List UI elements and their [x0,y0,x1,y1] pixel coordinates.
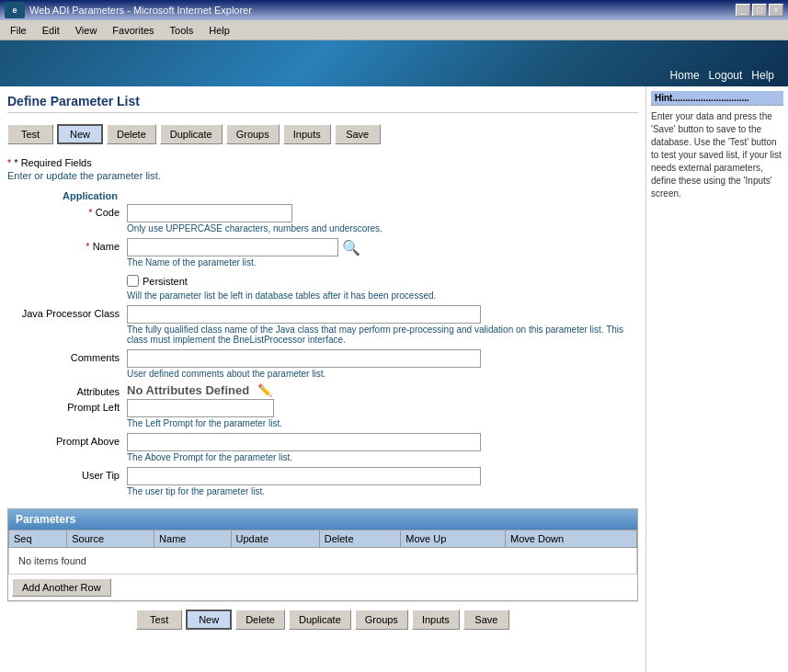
name-label: * Name [7,238,127,252]
no-items-text: No items found [14,551,632,571]
delete-button-bottom[interactable]: Delete [235,609,285,630]
code-input[interactable] [127,204,292,222]
parameters-header: Parameters [8,509,637,530]
menu-tools[interactable]: Tools [165,23,200,38]
delete-button-top[interactable]: Delete [107,124,156,144]
duplicate-button-top[interactable]: Duplicate [160,124,223,144]
prompt-above-input[interactable] [127,433,481,451]
col-name: Name [154,530,231,548]
attributes-row: Attributes No Attributes Defined ✏️ [7,383,638,397]
prompt-left-hint: The Left Prompt for the parameter list. [127,418,638,428]
close-button[interactable]: × [769,4,783,17]
java-label: Java Processor Class [7,305,127,319]
maximize-button[interactable]: □ [752,4,767,17]
comments-hint: User defined comments about the paramete… [127,369,638,379]
name-required-star: * [86,241,92,252]
header-nav: Home Logout Help [670,69,774,82]
left-panel: Define Parameter List Test New Delete Du… [0,86,645,672]
comments-input-area: User defined comments about the paramete… [127,349,638,382]
menu-file[interactable]: File [5,23,32,38]
nav-home[interactable]: Home [670,69,700,82]
java-input[interactable] [127,305,481,324]
comments-row: Comments User defined comments about the… [7,349,638,382]
user-tip-row: User Tip The user tip for the parameter … [7,467,638,499]
attributes-label: Attributes [7,383,127,397]
persistent-label: Persistent [143,276,188,287]
code-hint: Only use UPPERCASE characters, numbers a… [127,223,638,233]
name-row: * Name 🔍 The Name of the parameter list. [7,238,638,270]
parameters-section: Parameters Seq Source Name Update Delete… [7,508,638,601]
persistent-checkbox[interactable] [127,275,139,287]
save-button-bottom[interactable]: Save [463,609,509,630]
comments-input[interactable] [127,349,481,368]
prompt-left-input-area: The Left Prompt for the parameter list. [127,399,638,431]
menu-help[interactable]: Help [203,23,235,38]
nav-help[interactable]: Help [751,69,774,82]
code-label: * Code [7,204,127,218]
update-note: Enter or update the parameter list. [7,170,638,181]
java-input-area: The fully qualified class name of the Ja… [127,305,638,347]
user-tip-input[interactable] [127,467,481,485]
new-button-top[interactable]: New [57,124,103,144]
minimize-button[interactable]: _ [736,4,750,17]
groups-button-top[interactable]: Groups [226,124,280,144]
code-row: * Code Only use UPPERCASE characters, nu… [7,204,638,236]
groups-button-bottom[interactable]: Groups [355,609,408,630]
required-fields-note: * * Required Fields [7,157,638,168]
persistent-hint: Will the parameter list be left in datab… [127,290,638,301]
no-items-cell: No items found [9,548,637,575]
top-toolbar: Test New Delete Duplicate Groups Inputs … [7,120,638,148]
col-update: Update [231,530,319,548]
new-button-bottom[interactable]: New [186,609,232,630]
attributes-value: No Attributes Defined [127,383,249,397]
nav-logout[interactable]: Logout [709,69,743,82]
java-hint: The fully qualified class name of the Ja… [127,325,638,345]
duplicate-button-bottom[interactable]: Duplicate [289,609,351,630]
inputs-button-top[interactable]: Inputs [283,124,331,144]
inputs-button-bottom[interactable]: Inputs [412,609,460,630]
comments-label: Comments [7,349,127,363]
name-hint: The Name of the parameter list. [127,257,638,268]
user-tip-input-area: The user tip for the parameter list. [127,467,638,499]
add-another-row-button[interactable]: Add Another Row [12,578,111,597]
main-content: Define Parameter List Test New Delete Du… [0,86,788,672]
col-delete: Delete [319,530,401,548]
prompt-above-label: Prompt Above [7,433,127,447]
blue-header: Home Logout Help [0,40,788,86]
persistent-input-area: Persistent Will the parameter list be le… [127,272,638,303]
col-seq: Seq [9,530,67,548]
hint-panel: Hint.............................. Enter… [645,86,788,672]
prompt-left-row: Prompt Left The Left Prompt for the para… [7,399,638,431]
hint-text: Enter your data and press the 'Save' but… [651,110,783,200]
persistent-row: Persistent Will the parameter list be le… [7,272,638,303]
save-button-top[interactable]: Save [335,124,381,144]
menu-view[interactable]: View [70,23,103,38]
menu-bar: File Edit View Favorites Tools Help [0,20,788,40]
code-required-star: * [88,207,95,218]
section-label: Application [63,190,638,201]
col-move-up: Move Up [401,530,506,548]
col-source: Source [67,530,154,548]
test-button-top[interactable]: Test [7,124,53,144]
prompt-left-label: Prompt Left [7,399,127,413]
prompt-left-input[interactable] [127,399,274,417]
menu-favorites[interactable]: Favorites [107,23,159,38]
window-title: Web ADI Parameters - Microsoft Internet … [29,5,252,16]
name-input-area: 🔍 The Name of the parameter list. [127,238,638,270]
hint-title: Hint.............................. [651,91,783,106]
test-button-bottom[interactable]: Test [136,609,182,630]
edit-attributes-icon[interactable]: ✏️ [257,383,272,397]
user-tip-hint: The user tip for the parameter list. [127,486,638,496]
user-tip-label: User Tip [7,467,127,481]
search-icon[interactable]: 🔍 [342,239,360,256]
name-input[interactable] [127,238,338,256]
col-move-down: Move Down [506,530,637,548]
ie-logo: e [5,2,25,18]
menu-edit[interactable]: Edit [37,23,65,38]
window-controls[interactable]: _ □ × [736,4,783,17]
table-row-no-items: No items found [9,548,637,575]
prompt-above-input-area: The Above Prompt for the parameter list. [127,433,638,465]
persistent-label-spacer [7,272,127,275]
attributes-value-area: No Attributes Defined ✏️ [127,383,638,397]
prompt-above-hint: The Above Prompt for the parameter list. [127,452,638,462]
